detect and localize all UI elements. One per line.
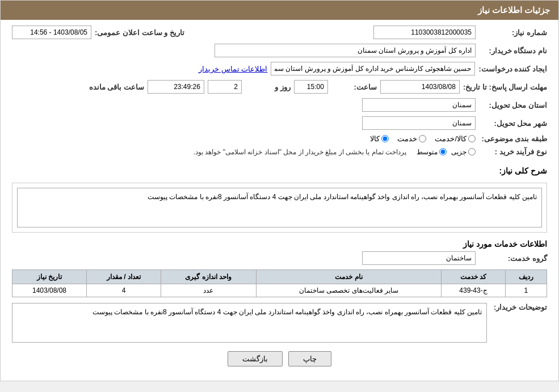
need-number-input[interactable]: [373, 26, 476, 39]
process-mottaset-item[interactable]: متوسط: [417, 148, 447, 156]
category-row: طبقه بندی موضوعی: کالا/خدمت خدمت کالا: [12, 134, 547, 143]
response-date-input[interactable]: [380, 80, 460, 94]
response-days-input[interactable]: [208, 80, 242, 94]
services-title: اطلاعات خدمات مورد نیاز: [12, 239, 547, 248]
category-khedmat-label: خدمت: [397, 134, 417, 143]
process-jozvi-label: جزیی: [451, 148, 466, 156]
print-button[interactable]: چاپ: [288, 351, 331, 366]
col-date: تاریخ نیاز: [12, 270, 87, 284]
date-input[interactable]: [12, 26, 91, 39]
page-title: جزئیات اطلاعات نیاز: [478, 5, 550, 15]
remaining-label: ساعت باقی مانده: [76, 83, 144, 91]
service-group-label: گروه خدمت:: [479, 254, 547, 263]
category-kala-khedmat-radio[interactable]: [468, 135, 476, 142]
process-jozvi-item[interactable]: جزیی: [451, 148, 476, 156]
requester-label: ایجاد کننده درخواست:: [478, 65, 547, 73]
response-days-label: روز و: [245, 83, 291, 91]
delivery-city-label: شهر محل تحویل:: [479, 119, 547, 128]
description-row: شرح کلی نیاز:: [12, 161, 547, 178]
description-box-wrapper: تامین کلیه قطعات آسانسور بهمراه نصب، راه…: [12, 183, 547, 233]
service-group-input[interactable]: [362, 251, 476, 265]
response-time-label: ساعت:: [331, 83, 377, 91]
cell-service-code: ج-43-439: [442, 284, 506, 297]
response-deadline-label: مهلت ارسال پاسخ: تا تاریخ:: [463, 83, 547, 91]
buyer-description-wrapper: تامین کلیه قطعات آسانسور بهمراه نصب، راه…: [12, 303, 487, 343]
col-service-code: کد خدمت: [442, 270, 506, 284]
delivery-province-row: استان محل تحویل:: [12, 98, 547, 112]
category-radio-group: کالا/خدمت خدمت کالا: [370, 134, 476, 143]
action-buttons: چاپ بازگشت: [12, 351, 547, 366]
category-kala-khedmat-label: کالا/خدمت: [435, 134, 466, 143]
category-khedmat-item[interactable]: خدمت: [397, 134, 426, 143]
category-khedmat-radio[interactable]: [419, 135, 426, 142]
cell-unit: عدد: [161, 284, 256, 297]
payment-notice: پرداخت تمام یا بخشی از مبلغ خریدار از مح…: [194, 148, 406, 156]
delivery-province-label: استان محل تحویل:: [479, 101, 547, 109]
services-table: ردیف کد خدمت نام خدمت واحد اندازه گیری ت…: [12, 269, 547, 297]
process-label: نوع فرآیند خرید :: [479, 147, 547, 156]
category-kala-khedmat-item[interactable]: کالا/خدمت: [435, 134, 476, 143]
category-kala-item[interactable]: کالا: [370, 134, 389, 143]
buyer-description-label: توضیحات خریدار:: [490, 303, 547, 311]
buyer-description-text: تامین کلیه قطعات آسانسور بهمراه نصب، راه…: [12, 303, 487, 343]
service-group-row: گروه خدمت:: [12, 251, 547, 265]
need-number-label: شماره نیاز:: [479, 28, 547, 37]
col-rownum: ردیف: [505, 270, 547, 284]
buyer-org-input[interactable]: [215, 44, 476, 57]
need-number-row: شماره نیاز: تاریخ و ساعت اعلان عمومی:: [12, 26, 547, 39]
category-kala-label: کالا: [370, 134, 380, 143]
buyer-org-label: نام دستگاه خریدار:: [479, 47, 547, 55]
process-radio-group: جزیی متوسط پرداخت تمام یا بخشی از مبلغ خ…: [194, 148, 476, 156]
delivery-province-input[interactable]: [362, 98, 476, 112]
col-service-name: نام خدمت: [256, 270, 441, 284]
delivery-city-input[interactable]: [362, 116, 476, 130]
cell-date: 1403/08/08: [12, 284, 87, 297]
back-button[interactable]: بازگشت: [228, 351, 283, 366]
process-jozvi-radio[interactable]: [468, 148, 476, 155]
contact-link[interactable]: اطلاعات تماس خریدار: [199, 65, 267, 73]
buyer-description-row: توضیحات خریدار: تامین کلیه قطعات آسانسور…: [12, 303, 547, 343]
cell-rownum: 1: [505, 284, 547, 297]
process-type-row: نوع فرآیند خرید : جزیی متوسط پرداخت تمام…: [12, 147, 547, 156]
description-label: شرح کلی نیاز:: [499, 166, 547, 175]
cell-service-name: سایر فعالیت‌های تخصصی ساختمان: [256, 284, 441, 297]
delivery-city-row: شهر محل تحویل:: [12, 116, 547, 130]
date-label: تاریخ و ساعت اعلان عمومی:: [95, 28, 184, 37]
col-quantity: تعداد / مقدار: [87, 270, 161, 284]
col-unit: واحد اندازه گیری: [161, 270, 256, 284]
category-kala-radio[interactable]: [381, 135, 389, 142]
buyer-org-row: نام دستگاه خریدار:: [12, 44, 547, 57]
process-mottaset-label: متوسط: [417, 148, 438, 156]
description-text: تامین کلیه قطعات آسانسور بهمراه نصب، راه…: [17, 188, 542, 227]
table-header-row: ردیف کد خدمت نام خدمت واحد اندازه گیری ت…: [12, 270, 547, 284]
remaining-time-input[interactable]: [148, 80, 204, 94]
table-row: 1 ج-43-439 سایر فعالیت‌های تخصصی ساختمان…: [12, 284, 547, 297]
requester-row: ایجاد کننده درخواست: اطلاعات تماس خریدار: [12, 62, 547, 75]
response-deadline-row: مهلت ارسال پاسخ: تا تاریخ: ساعت: روز و س…: [12, 80, 547, 94]
category-label: طبقه بندی موضوعی:: [479, 134, 547, 143]
page-header: جزئیات اطلاعات نیاز: [1, 1, 558, 20]
process-mottaset-radio[interactable]: [439, 148, 447, 155]
response-time-input[interactable]: [294, 80, 328, 94]
requester-input[interactable]: [271, 62, 475, 75]
cell-quantity: 4: [87, 284, 161, 297]
